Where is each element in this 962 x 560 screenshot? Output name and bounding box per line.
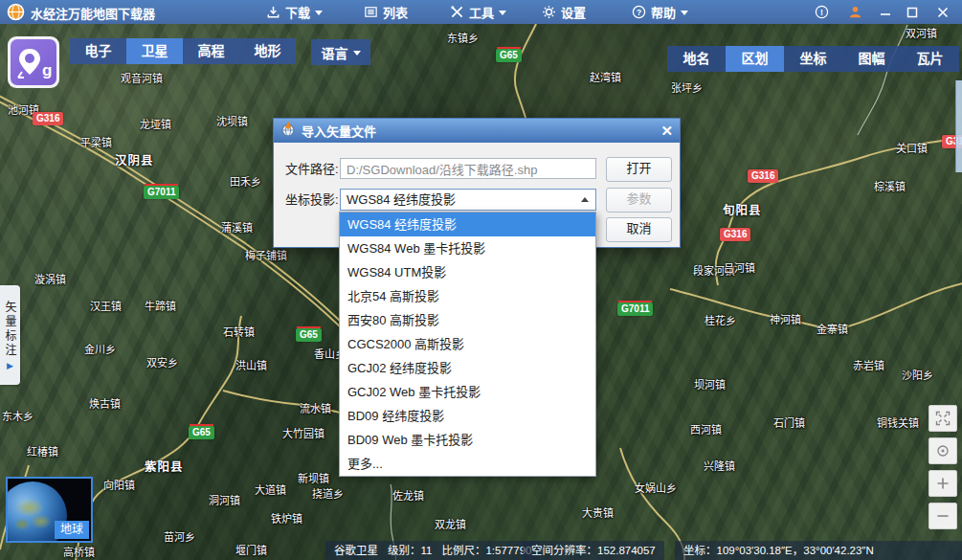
- tab-mapsheets[interactable]: 图幅: [842, 46, 901, 72]
- info-button[interactable]: !: [809, 0, 834, 24]
- projection-option[interactable]: WGS84 Web 墨卡托投影: [340, 236, 595, 260]
- app-logo-icon: [7, 3, 25, 21]
- map-label: 金川乡: [84, 341, 116, 356]
- road-badge: G316: [748, 169, 778, 183]
- map-label: 焕古镇: [89, 395, 121, 411]
- map-label: 红椿镇: [27, 443, 58, 459]
- projection-label: 坐标投影:: [285, 189, 339, 211]
- map-label: 神河镇: [770, 311, 801, 326]
- projection-option[interactable]: CGCS2000 高斯投影: [340, 332, 595, 356]
- map-label: 牛蹄镇: [145, 298, 176, 313]
- tab-map-satellite[interactable]: 卫星: [126, 38, 183, 64]
- locate-button[interactable]: [928, 437, 957, 464]
- map-label: 沈坝镇: [216, 113, 248, 128]
- road-badge: G316: [33, 112, 63, 125]
- tab-map-terrain[interactable]: 地形: [239, 38, 296, 64]
- maximize-button[interactable]: [900, 0, 925, 24]
- fullscreen-button[interactable]: [928, 405, 957, 432]
- projection-option[interactable]: 西安80 高斯投影: [340, 308, 595, 332]
- map-label: 吕河镇: [724, 259, 755, 275]
- map-label: 汉王镇: [90, 298, 122, 313]
- collapsed-panel-strip: [955, 80, 962, 172]
- menu-help[interactable]: ? 帮助: [632, 0, 688, 24]
- caret-down-icon: [315, 11, 323, 15]
- tab-map-elevation[interactable]: 高程: [183, 38, 239, 64]
- projection-option[interactable]: WGS84 UTM投影: [340, 260, 595, 284]
- cancel-button[interactable]: 取消: [606, 217, 672, 242]
- menu-list[interactable]: 列表: [364, 0, 408, 24]
- zoom-in-button[interactable]: [928, 470, 957, 497]
- svg-text:g: g: [42, 61, 52, 79]
- tab-map-electronic[interactable]: 电子: [70, 38, 126, 64]
- map-label: 洞河镇: [209, 492, 240, 507]
- chevron-right-icon: ▶: [7, 361, 13, 370]
- brand-logo[interactable]: g: [8, 36, 59, 88]
- map-label: 东镇乡: [447, 30, 479, 45]
- projection-option[interactable]: BD09 Web 墨卡托投影: [340, 428, 595, 452]
- file-path-input[interactable]: [340, 158, 596, 179]
- map-label: 挠道乡: [312, 485, 344, 501]
- map-label: 铜钱关镇: [877, 414, 919, 430]
- zoom-out-button[interactable]: [928, 503, 957, 529]
- tab-tiles[interactable]: 瓦片: [901, 46, 959, 72]
- caret-up-icon: [581, 197, 589, 202]
- road-badge: G65: [189, 426, 214, 439]
- map-label: 双河镇: [906, 25, 937, 40]
- map-pin-icon: g: [11, 39, 56, 85]
- map-label: 蒲溪镇: [221, 219, 253, 235]
- caret-down-icon: [681, 11, 688, 15]
- dialog-titlebar[interactable]: 导入矢量文件 ✕: [274, 119, 680, 143]
- menu-settings[interactable]: 设置: [542, 0, 586, 24]
- projection-option[interactable]: GCJ02 Web 墨卡托投影: [340, 380, 595, 404]
- status-scale: 比例尺：1:577790: [441, 545, 531, 556]
- close-button[interactable]: [930, 0, 955, 24]
- tab-coordinates[interactable]: 坐标: [784, 46, 842, 72]
- map-label: 田禾乡: [230, 173, 261, 189]
- caret-down-icon: [353, 51, 361, 56]
- map-label: 佐龙镇: [392, 487, 424, 503]
- projection-value: WGS84 经纬度投影: [347, 192, 456, 207]
- map-label: 流水镇: [300, 400, 331, 415]
- status-map-info: 谷歌卫星级别：11比例尺：1:577790: [325, 541, 540, 560]
- projection-option[interactable]: BD09 经纬度投影: [340, 404, 595, 428]
- caret-down-icon: [499, 11, 506, 15]
- open-button[interactable]: 打开: [606, 157, 672, 182]
- projection-combobox[interactable]: WGS84 经纬度投影: [340, 189, 596, 211]
- map-label: 大贵镇: [582, 504, 614, 520]
- map-label: 坝河镇: [694, 376, 726, 392]
- road-badge: G65: [496, 49, 522, 62]
- app-window: 东镇乡双河镇赵湾镇张坪乡观音河镇池河镇龙垭镇沈坝镇平梁镇汉阴县田禾乡蒲溪镇梅子铺…: [0, 0, 962, 560]
- params-button[interactable]: 参数: [606, 188, 672, 213]
- status-coordinates-text: 坐标：109°03′30.18″E，33°00′42.23″N: [683, 545, 874, 556]
- projection-option[interactable]: 更多...: [340, 452, 595, 476]
- minimize-button[interactable]: [873, 0, 898, 24]
- menu-label: 设置: [561, 3, 586, 21]
- globe-label: 地球: [55, 521, 89, 539]
- map-label: 观音河镇: [121, 70, 163, 85]
- language-dropdown[interactable]: 语言: [311, 39, 370, 65]
- user-icon[interactable]: [842, 0, 867, 24]
- globe-thumbnail[interactable]: 地球: [6, 477, 93, 543]
- road-badge: G316: [720, 228, 750, 241]
- map-label: 平梁镇: [80, 134, 112, 149]
- menu-tools[interactable]: 工具: [450, 0, 506, 24]
- map-label: 双龙镇: [435, 516, 466, 531]
- vector-annotation-tab[interactable]: 矢量标注 ▶: [0, 285, 20, 385]
- plus-icon: [935, 476, 951, 491]
- dialog-close-icon[interactable]: ✕: [660, 123, 673, 138]
- map-label: 苗河乡: [164, 528, 195, 544]
- map-label: 洪山镇: [235, 357, 267, 372]
- minus-icon: [935, 508, 951, 524]
- tab-districts[interactable]: 区划: [726, 46, 784, 72]
- map-label: 高桥镇: [63, 544, 95, 559]
- projection-option[interactable]: WGS84 经纬度投影: [340, 213, 595, 236]
- projection-option[interactable]: GCJ02 经纬度投影: [340, 356, 595, 380]
- map-label: 龙垭镇: [140, 116, 171, 131]
- projection-option[interactable]: 北京54 高斯投影: [340, 284, 595, 308]
- menu-download[interactable]: 下载: [266, 0, 323, 24]
- map-label: 汉阴县: [115, 150, 154, 168]
- map-label: 女娲山乡: [635, 480, 677, 495]
- projection-dropdown: WGS84 经纬度投影WGS84 Web 墨卡托投影WGS84 UTM投影北京5…: [339, 212, 596, 477]
- map-label: 东木乡: [2, 408, 34, 423]
- tab-placenames[interactable]: 地名: [667, 46, 726, 72]
